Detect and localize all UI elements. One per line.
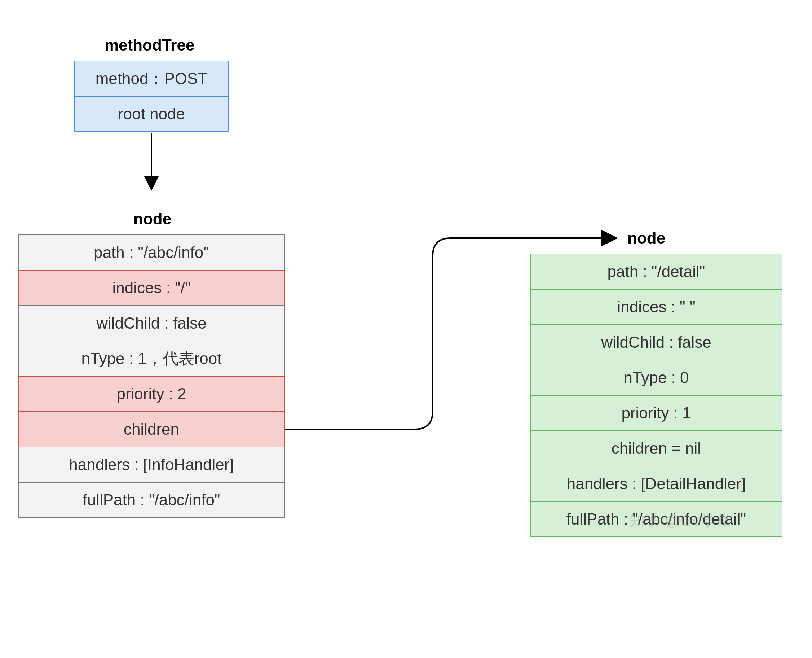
methodtree-root-cell: root node bbox=[74, 96, 229, 132]
arrow-tree-to-node bbox=[150, 133, 157, 197]
node-left-ntype: nType : 1，代表root bbox=[18, 340, 285, 377]
node-left-children: children bbox=[18, 411, 285, 447]
node-left-priority: priority : 2 bbox=[18, 376, 285, 412]
methodtree-title: methodTree bbox=[105, 36, 194, 54]
arrow-children-to-right-node bbox=[285, 227, 627, 451]
node-right-title: node bbox=[627, 229, 665, 247]
node-left-indices: indices : "/" bbox=[18, 270, 285, 306]
methodtree-method-cell: method：POST bbox=[74, 61, 229, 97]
node-left-path: path : "/abc/info" bbox=[18, 235, 285, 271]
node-left-title: node bbox=[133, 210, 171, 228]
node-left-wildchild: wildChild : false bbox=[18, 305, 285, 341]
node-right-handlers: handlers : [DetailHandler] bbox=[530, 466, 782, 502]
node-left-box: path : "/abc/info" indices : "/" wildChi… bbox=[18, 235, 285, 518]
node-left-handlers: handlers : [InfoHandler] bbox=[18, 446, 285, 483]
watermark: 知乎 @Go学堂 bbox=[629, 511, 732, 531]
node-left-fullpath: fullPath : "/abc/info" bbox=[18, 482, 285, 518]
methodtree-box: method：POST root node bbox=[74, 61, 229, 132]
